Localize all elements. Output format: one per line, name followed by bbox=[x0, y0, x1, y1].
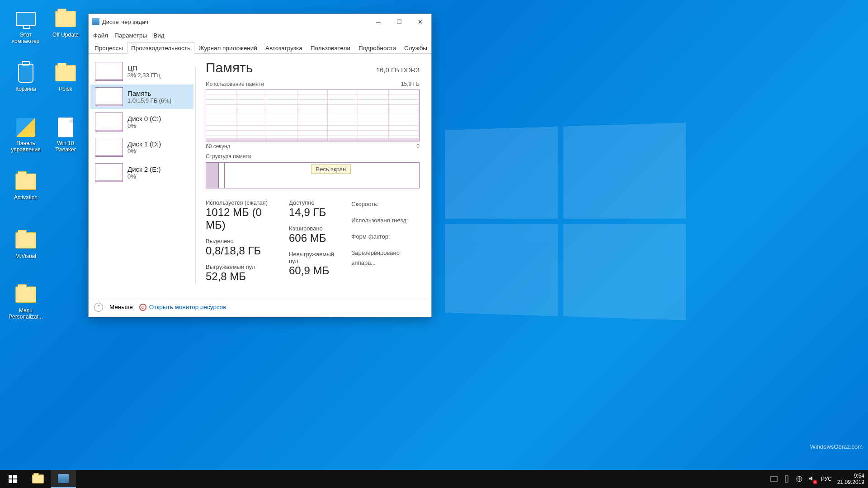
axis-right: 0 bbox=[416, 143, 420, 150]
window-title: Диспетчер задач bbox=[102, 19, 148, 25]
perf-title: Память bbox=[127, 89, 171, 97]
perf-title: Диск 1 (D:) bbox=[127, 140, 161, 148]
memory-composition-chart[interactable]: Весь экран bbox=[206, 162, 420, 188]
perf-item-4[interactable]: Диск 2 (E:)0% bbox=[90, 160, 193, 185]
kv-row: Скорость: bbox=[351, 199, 420, 209]
desktop-icon-poisk[interactable]: Poisk bbox=[45, 62, 86, 92]
axis-left: 60 секунд bbox=[206, 143, 230, 150]
perf-item-3[interactable]: Диск 1 (D:)0% bbox=[90, 135, 193, 160]
language-indicator[interactable]: РУС bbox=[821, 476, 832, 482]
tabs: ПроцессыПроизводительностьЖурнал приложе… bbox=[89, 41, 431, 54]
stat: Доступно14,9 ГБ bbox=[289, 199, 340, 219]
perf-thumb bbox=[95, 87, 123, 106]
desktop-icon-label: Poisk bbox=[59, 86, 72, 92]
footer: ⌃ Меньше Открыть монитор ресурсов bbox=[89, 297, 431, 317]
perf-sub: 0% bbox=[127, 173, 160, 180]
stat: Выделено0,8/18,8 ГБ bbox=[206, 238, 278, 257]
perf-title: Диск 2 (E:) bbox=[127, 165, 160, 173]
close-button[interactable]: ✕ bbox=[410, 15, 430, 28]
perf-sub: 0% bbox=[127, 122, 161, 129]
perf-thumb bbox=[95, 163, 123, 182]
tab-5[interactable]: Подробности bbox=[354, 42, 400, 53]
menu-вид[interactable]: Вид bbox=[153, 32, 164, 39]
perf-title: ЦП bbox=[127, 64, 160, 72]
desktop-icon-label: Off Update bbox=[52, 32, 79, 38]
desktop-icon-recycle-bin[interactable]: Корзина bbox=[5, 62, 46, 92]
menu-параметры[interactable]: Параметры bbox=[114, 32, 147, 39]
tab-3[interactable]: Автозагрузка bbox=[261, 42, 307, 53]
watermark: WindowsObraz.com bbox=[810, 443, 863, 450]
perf-item-2[interactable]: Диск 0 (C:)0% bbox=[90, 110, 193, 134]
desktop-icon-win10-tweaker[interactable]: Win 10 Tweaker bbox=[45, 117, 86, 153]
perf-sub: 3% 2,33 ГГц bbox=[127, 72, 160, 79]
perf-item-1[interactable]: Память1,0/15,9 ГБ (6%) bbox=[90, 84, 193, 109]
perf-sub: 0% bbox=[127, 148, 161, 155]
desktop-icon-activation[interactable]: Activation bbox=[5, 171, 46, 201]
memory-usage-chart[interactable] bbox=[206, 89, 420, 141]
tooltip: Весь экран bbox=[311, 164, 351, 174]
usb-icon[interactable] bbox=[783, 475, 790, 483]
stat: Выгружаемый пул52,8 МБ bbox=[206, 263, 278, 283]
fewer-details-button[interactable]: Меньше bbox=[109, 304, 133, 310]
desktop-icon-label: Activation bbox=[14, 194, 38, 201]
maximize-button[interactable]: ☐ bbox=[389, 15, 410, 28]
desktop-icon-label: Menu Personalizat... bbox=[9, 307, 43, 320]
desktop-icon-label: Корзина bbox=[15, 86, 36, 92]
perf-thumb bbox=[95, 138, 123, 157]
minimize-button[interactable]: ─ bbox=[368, 15, 389, 28]
perf-item-0[interactable]: ЦП3% 2,33 ГГц bbox=[90, 59, 193, 84]
collapse-icon[interactable]: ⌃ bbox=[94, 303, 103, 312]
desktop-icon-label: M.Visual bbox=[15, 253, 36, 259]
perf-sub: 1,0/15,9 ГБ (6%) bbox=[127, 97, 171, 104]
resource-monitor-link[interactable]: Открыть монитор ресурсов bbox=[139, 304, 226, 311]
taskbar[interactable]: × РУС 9:54 21.09.2019 bbox=[0, 470, 868, 488]
app-icon bbox=[92, 18, 99, 25]
titlebar[interactable]: Диспетчер задач ─ ☐ ✕ bbox=[89, 14, 431, 29]
perf-thumb bbox=[95, 62, 123, 81]
taskbar-explorer[interactable] bbox=[25, 470, 51, 488]
clock[interactable]: 9:54 21.09.2019 bbox=[837, 473, 864, 486]
stat: Кэшировано606 МБ bbox=[289, 225, 340, 244]
main-panel: Память 16,0 ГБ DDR3 Использование памяти… bbox=[196, 54, 431, 297]
desktop-icon-mvisual[interactable]: M.Visual bbox=[5, 230, 46, 259]
start-button[interactable] bbox=[0, 470, 25, 488]
network-icon[interactable] bbox=[796, 475, 803, 483]
desktop-icon-label: Этот компьютер bbox=[12, 32, 40, 44]
chart-max: 15,9 ГБ bbox=[401, 81, 420, 87]
desktop-icon-menu-personalization[interactable]: Menu Personalizat... bbox=[5, 284, 46, 320]
tray-icon[interactable] bbox=[770, 475, 778, 483]
volume-icon[interactable]: × bbox=[808, 475, 816, 483]
task-manager-window: Диспетчер задач ─ ☐ ✕ ФайлПараметрыВид П… bbox=[88, 14, 432, 317]
taskbar-task-manager[interactable] bbox=[51, 470, 76, 488]
tab-0[interactable]: Процессы bbox=[90, 42, 127, 53]
menubar: ФайлПараметрыВид bbox=[89, 29, 431, 41]
tab-2[interactable]: Журнал приложений bbox=[194, 42, 261, 53]
tab-4[interactable]: Пользователи bbox=[307, 42, 354, 53]
stat: Невыгружаемый пул60,9 МБ bbox=[289, 251, 340, 277]
composition-label: Структура памяти bbox=[206, 153, 251, 160]
desktop-icon-label: Win 10 Tweaker bbox=[55, 140, 75, 153]
desktop-icon-control-panel[interactable]: Панель управления bbox=[5, 117, 46, 153]
svg-rect-1 bbox=[785, 476, 788, 482]
tab-1[interactable]: Производительность bbox=[127, 42, 194, 54]
desktop[interactable]: Этот компьютерOff UpdateКорзинаPoiskПане… bbox=[0, 0, 868, 470]
perf-thumb bbox=[95, 113, 123, 131]
menu-файл[interactable]: Файл bbox=[93, 32, 108, 39]
desktop-icon-label: Панель управления bbox=[11, 140, 40, 153]
resource-monitor-icon bbox=[139, 304, 146, 311]
chart-label: Использование памяти bbox=[206, 81, 264, 87]
kv-row: Форм-фактор: bbox=[351, 232, 420, 242]
memory-capacity: 16,0 ГБ DDR3 bbox=[376, 66, 420, 74]
kv-row: Использовано гнезд: bbox=[351, 216, 420, 225]
desktop-icon-off-update[interactable]: Off Update bbox=[45, 8, 86, 38]
windows-logo-backdrop bbox=[445, 122, 686, 320]
kv-row: Зарезервировано аппара... bbox=[351, 248, 420, 268]
performance-sidebar: ЦП3% 2,33 ГГцПамять1,0/15,9 ГБ (6%)Диск … bbox=[89, 54, 195, 297]
desktop-icon-this-pc[interactable]: Этот компьютер bbox=[5, 8, 46, 44]
svg-rect-0 bbox=[771, 477, 777, 481]
main-heading: Память bbox=[206, 60, 253, 75]
tab-6[interactable]: Службы bbox=[400, 42, 431, 53]
perf-title: Диск 0 (C:) bbox=[127, 115, 161, 122]
stat: Используется (сжатая)1012 МБ (0 МБ) bbox=[206, 199, 278, 231]
